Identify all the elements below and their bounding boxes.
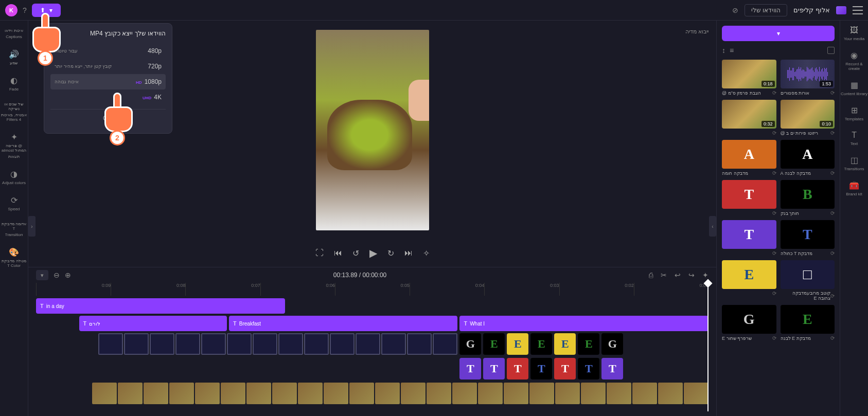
media-item[interactable]: E⟳ [722,260,776,301]
media-item[interactable]: G⟳שרפרף שחור E [722,305,776,341]
export-1080p[interactable]: 1080p HD איכות גבוהה [50,74,166,89]
video-frame[interactable] [195,383,220,404]
sticker-clip[interactable]: E [530,333,552,355]
video-frame[interactable] [92,383,117,404]
clip-breakfast[interactable]: BreakfastT [229,316,457,331]
video-frame[interactable] [144,383,168,404]
crop-icon[interactable]: ✧ [423,248,430,258]
video-frame[interactable] [684,383,708,404]
user-avatar[interactable]: K [5,4,17,16]
export-4k[interactable]: 4K UHD [50,89,166,105]
nav-record-create[interactable]: ◉Record & create [840,50,868,71]
import-media-button[interactable]: ▾ [722,26,835,41]
video-frame[interactable] [98,333,123,355]
clip-whati[interactable]: What IT [459,316,708,331]
video-frame[interactable] [632,383,657,404]
video-frame[interactable] [278,333,303,355]
video-frame[interactable] [407,333,432,355]
sticker-clip[interactable]: T [483,358,505,379]
sticker-clip[interactable]: T [507,358,528,379]
video-frame[interactable] [375,383,400,404]
sticker-clip[interactable]: G [601,333,623,355]
filter-icon[interactable]: ≡ [730,46,734,55]
sort-icon[interactable]: ↕ [722,46,725,55]
video-frame[interactable] [433,333,457,355]
video-frame[interactable] [427,383,451,404]
video-frame[interactable] [253,333,277,355]
video-frame[interactable] [504,383,528,404]
sticker-clip[interactable]: E [554,333,576,355]
scissors-icon[interactable]: ✂ [661,271,667,279]
sticker-clip[interactable]: T [601,358,623,379]
media-item[interactable]: B⟳חותך בנק [781,180,835,216]
video-frame[interactable] [304,333,329,355]
video-frame[interactable] [381,333,406,355]
nav-templates[interactable]: ⊞Templates [845,105,863,121]
media-item[interactable]: E⟳מדבקת E לבנה [781,305,835,341]
visibility-icon[interactable]: ⊘ [732,6,738,14]
skip-back-icon[interactable]: ⏮ [334,248,342,258]
video-frame[interactable] [658,383,683,404]
nav-your-media[interactable]: 🖼Your media [844,26,864,41]
nav-text[interactable]: TText [851,131,858,146]
fullscreen-icon[interactable]: ⛶ [315,248,324,258]
video-frame[interactable] [175,333,200,355]
media-item[interactable]: A⟳מדבקה לבנה A [781,140,835,176]
timeline-ruler[interactable]: 0:01 0:02 0:03 0:04 0:05 0:06 0:07 0:08 … [28,283,716,296]
video-frame[interactable] [221,383,245,404]
media-item[interactable]: 0:32⟳ [722,100,776,136]
zoom-out-icon[interactable]: ⊖ [54,271,60,279]
clip-inaday[interactable]: in a dayT [36,298,285,314]
video-frame[interactable] [349,383,374,404]
magic-icon[interactable]: ✦ [702,271,708,279]
prop-speed[interactable]: ⟳Speed [8,195,20,211]
clip-lorem[interactable]: לורםT [79,316,227,331]
video-frame[interactable] [246,383,271,404]
video-frame[interactable] [324,383,348,404]
step-back-icon[interactable]: ↺ [352,248,359,258]
prop-color[interactable]: 🎨מטלה מדבקת T Color [1,247,27,268]
media-item[interactable]: 0:10⟳ריזוטו פירות ים ב @ [781,100,835,136]
video-preview[interactable] [316,30,429,230]
media-item[interactable]: T⟳ [722,220,776,256]
media-item[interactable]: T⟳מדבקת T כחולה [781,220,835,256]
sticker-clip[interactable]: E [483,333,505,355]
media-item[interactable]: 1:53⟳אורות מסנוורים [781,60,835,96]
video-frame[interactable] [356,333,380,355]
video-frame[interactable] [581,383,606,404]
video-frame[interactable] [272,383,297,404]
play-icon[interactable]: ▶ [369,247,377,259]
split-icon[interactable]: ⎙ [649,271,653,279]
sticker-clip[interactable]: G [459,333,481,355]
video-frame[interactable] [150,333,174,355]
video-frame[interactable] [124,333,149,355]
select-all-checkbox[interactable] [827,47,835,54]
prop-adjust-colors[interactable]: ◑Adjust colors [2,169,26,185]
nav-transitions[interactable]: ◫Transitions [844,155,864,171]
sticker-clip[interactable]: T [578,358,599,379]
nav-brand-kit[interactable]: 🧰Brand kit [846,180,862,196]
zoom-fit-button[interactable]: ▾ [36,270,48,280]
prop-transition[interactable]: אדומה מדבקת TTransition [1,222,27,237]
sticker-clip[interactable]: E [507,333,528,355]
redo-icon[interactable]: ↪ [688,271,695,279]
step-forward-icon[interactable]: ↻ [387,248,394,258]
video-frame[interactable] [401,383,426,404]
nav-content-library[interactable]: ▦Content library [841,80,867,96]
sticker-clip[interactable]: T [554,358,576,379]
video-frame[interactable] [118,383,143,404]
video-frame[interactable] [555,383,580,404]
video-frame[interactable] [227,333,252,355]
help-icon[interactable]: ? [23,6,27,14]
export-button[interactable]: ▾ ⬆ [32,4,61,17]
skip-forward-icon[interactable]: ⏭ [404,248,413,258]
media-item[interactable]: □⟳קוטב מרובעמדבקה צהובה E [781,260,835,301]
media-item[interactable]: T⟳ [722,180,776,216]
sticker-clip[interactable]: T [530,358,552,379]
media-item[interactable]: A⟳מדבקה חומה [722,140,776,176]
prop-filters[interactable]: של שנים או נשיקהאבטיח, באיכות 4 Filters [1,102,27,122]
export-720p[interactable]: 720p קובץ קטן יותר, ייצא מהיר יותר [50,59,166,74]
video-frame[interactable] [298,383,323,404]
video-frame[interactable] [452,383,477,404]
video-frame[interactable] [529,383,554,404]
